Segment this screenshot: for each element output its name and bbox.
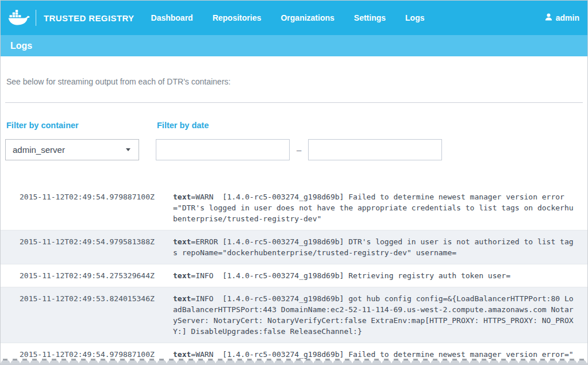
nav-item[interactable]: Settings: [344, 1, 395, 35]
log-message: text=ERROR [1.4.0-rc5-003274_g198d69b] D…: [173, 236, 575, 258]
log-row: 2015-11-12T02:49:54.275329644Z text=INFO…: [1, 264, 587, 287]
log-message: text=INFO [1.4.0-rc5-003274_g198d69b] Re…: [173, 270, 575, 281]
log-message-body: =WARN [1.4.0-rc5-003274_g198d69b] Failed…: [173, 193, 574, 223]
filters: Filter by container admin_server Filter …: [5, 120, 587, 160]
torn-edge-decoration: [1, 355, 587, 364]
container-filter-group: Filter by container admin_server: [5, 120, 139, 160]
log-table: 2015-11-12T02:49:54.979887100Z text=WARN…: [1, 186, 587, 365]
nav-item[interactable]: Organizations: [271, 1, 344, 35]
log-row: 2015-11-12T02:49:54.979887100Z text=WARN…: [1, 186, 587, 230]
intro-text: See below for streaming output from each…: [6, 77, 582, 86]
date-filter-group: Filter by date –: [156, 120, 442, 160]
page-title-bar: Logs: [1, 35, 587, 56]
brand-divider: [36, 10, 36, 26]
user-icon: [545, 13, 552, 22]
log-message-body: =ERROR [1.4.0-rc5-003274_g198d69b] DTR's…: [173, 237, 574, 257]
log-row: 2015-11-12T02:49:54.979581388Z text=ERRO…: [1, 230, 587, 264]
log-message-body: =INFO [1.4.0-rc5-003274_g198d69b] Retrie…: [191, 271, 510, 280]
log-message-prefix: text: [173, 193, 191, 201]
nav-item[interactable]: Dashboard: [141, 1, 203, 35]
top-nav: TRUSTED REGISTRY Dashboard Repositories …: [1, 1, 587, 35]
docker-whale-icon: [7, 9, 30, 27]
log-message: text=WARN [1.4.0-rc5-003274_g198d69b] Fa…: [173, 191, 575, 224]
date-to-input[interactable]: [308, 139, 442, 160]
log-message-body: =INFO [1.4.0-rc5-003274_g198d69b] got hu…: [173, 294, 574, 336]
log-row: 2015-11-12T02:49:53.824015346Z text=INFO…: [1, 287, 587, 343]
log-message-prefix: text: [173, 237, 191, 246]
log-message-prefix: text: [173, 294, 191, 303]
main-nav: Dashboard Repositories Organizations Set…: [141, 1, 435, 35]
date-range-row: –: [156, 139, 442, 160]
brand-home-link[interactable]: TRUSTED REGISTRY: [7, 9, 134, 27]
log-timestamp: 2015-11-12T02:49:54.979581388Z: [20, 236, 155, 258]
log-timestamp: 2015-11-12T02:49:54.275329644Z: [20, 270, 155, 281]
log-timestamp: 2015-11-12T02:49:53.824015346Z: [20, 293, 155, 337]
user-name: admin: [556, 13, 579, 22]
nav-item[interactable]: Repositories: [203, 1, 271, 35]
brand-name: TRUSTED REGISTRY: [44, 13, 134, 23]
container-select-value: admin_server: [13, 145, 65, 155]
container-filter-label: Filter by container: [6, 120, 139, 131]
log-message-prefix: text: [173, 271, 191, 280]
date-from-input[interactable]: [156, 139, 290, 160]
container-select[interactable]: admin_server: [5, 139, 139, 160]
nav-item[interactable]: Logs: [395, 1, 434, 35]
user-menu[interactable]: admin: [545, 13, 581, 22]
section-divider: [5, 102, 583, 103]
log-timestamp: 2015-11-12T02:49:54.979887100Z: [20, 191, 155, 224]
caret-down-icon: [126, 148, 130, 151]
page-title: Logs: [10, 41, 32, 51]
log-message: text=INFO [1.4.0-rc5-003274_g198d69b] go…: [173, 293, 575, 337]
dtr-window: TRUSTED REGISTRY Dashboard Repositories …: [0, 0, 588, 365]
date-filter-label: Filter by date: [157, 120, 442, 131]
date-range-dash: –: [297, 145, 301, 155]
